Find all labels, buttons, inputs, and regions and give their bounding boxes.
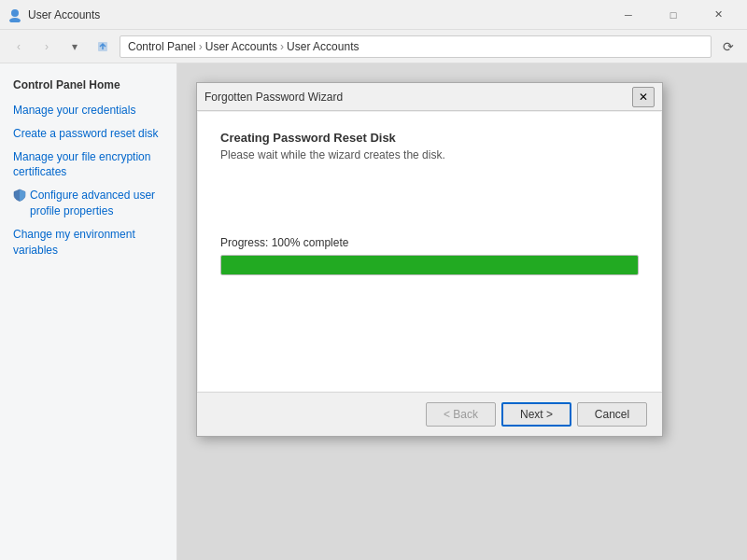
forgotten-password-wizard-dialog: Forgotten Password Wizard ✕ Creating Pas…: [196, 82, 663, 437]
address-path[interactable]: Control Panel › User Accounts › User Acc…: [120, 35, 712, 58]
dialog-close-button[interactable]: ✕: [632, 87, 655, 107]
modal-overlay: Forgotten Password Wizard ✕ Creating Pas…: [177, 63, 747, 560]
path-sep2: ›: [280, 40, 284, 53]
path-part3: User Accounts: [287, 40, 359, 53]
sidebar: Control Panel Home Manage your credentia…: [0, 63, 177, 560]
dialog-title: Forgotten Password Wizard: [204, 91, 632, 104]
sidebar-item-advanced-profile[interactable]: Configure advanced user profile properti…: [0, 184, 176, 223]
progress-bar-fill: [221, 256, 638, 274]
path-part1: Control Panel: [128, 40, 196, 53]
back-button[interactable]: ‹: [7, 35, 30, 58]
window-icon: [7, 7, 22, 22]
close-button[interactable]: ✕: [697, 0, 740, 30]
sidebar-item-manage-credentials[interactable]: Manage your credentials: [0, 99, 176, 122]
minimize-button[interactable]: ─: [607, 0, 650, 30]
up-button[interactable]: [92, 35, 114, 58]
sidebar-item-file-encryption[interactable]: Manage your file encryption certificates: [0, 146, 176, 185]
progress-label: Progress: 100% complete: [220, 236, 639, 249]
sidebar-heading: Control Panel Home: [0, 75, 176, 99]
dialog-body: Creating Password Reset Disk Please wait…: [198, 112, 661, 391]
back-button[interactable]: < Back: [426, 402, 496, 427]
sidebar-item-environment-vars[interactable]: Change my environment variables: [0, 223, 176, 262]
cancel-button[interactable]: Cancel: [577, 402, 647, 427]
shield-icon: [13, 188, 26, 206]
forward-button[interactable]: ›: [35, 35, 58, 58]
next-button[interactable]: Next >: [501, 402, 571, 427]
refresh-button[interactable]: ⟳: [717, 35, 740, 58]
recent-pages-button[interactable]: ▾: [63, 35, 86, 58]
window-controls: ─ □ ✕: [607, 0, 740, 30]
path-part2: User Accounts: [205, 40, 277, 53]
path-sep1: ›: [199, 40, 203, 53]
main-layout: Control Panel Home Manage your credentia…: [0, 63, 747, 560]
address-bar: ‹ › ▾ Control Panel › User Accounts › Us…: [0, 30, 747, 63]
svg-point-1: [9, 18, 21, 22]
dialog-section-desc: Please wait while the wizard creates the…: [220, 148, 639, 161]
dialog-titlebar: Forgotten Password Wizard ✕: [197, 83, 662, 111]
content-area: Make changes to your user account: [177, 63, 747, 560]
dialog-footer: < Back Next > Cancel: [197, 392, 662, 436]
progress-bar-container: [220, 255, 639, 275]
sidebar-item-create-reset-disk[interactable]: Create a password reset disk: [0, 122, 176, 146]
window-title: User Accounts: [28, 8, 607, 21]
dialog-section-title: Creating Password Reset Disk: [220, 131, 639, 145]
maximize-button[interactable]: □: [652, 0, 695, 30]
svg-point-0: [11, 9, 19, 17]
title-bar: User Accounts ─ □ ✕: [0, 0, 747, 30]
